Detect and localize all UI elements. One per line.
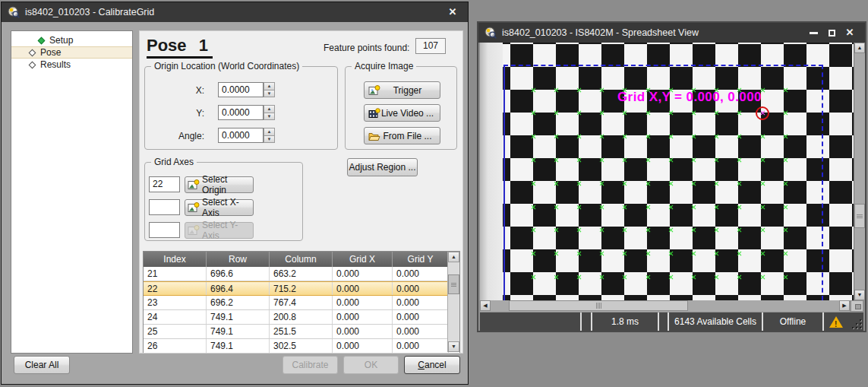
y-axis-point-field[interactable] — [149, 222, 180, 238]
select-x-axis-button[interactable]: Select X-Axis — [185, 199, 254, 216]
tree-item-pose[interactable]: Pose — [11, 46, 132, 59]
feature-cross-icon — [622, 205, 627, 210]
feature-cross-icon — [783, 157, 788, 163]
cell: 749.1 — [207, 310, 270, 324]
scroll-left-icon[interactable]: ◀ — [480, 300, 491, 311]
x-label: X: — [150, 85, 204, 96]
tree-item-label: Pose — [40, 47, 61, 58]
button-label: Cancel — [418, 360, 446, 370]
button-label: Select X-Axis — [202, 197, 253, 218]
angle-field[interactable]: 0.0000 — [218, 128, 264, 143]
feature-cross-icon — [668, 251, 674, 256]
col-header-index[interactable]: Index — [144, 252, 207, 267]
feature-cross-icon — [783, 274, 788, 280]
scrollbar-thumb[interactable] — [509, 300, 688, 311]
table-row[interactable]: 24 749.1 200.8 0.000 0.000 — [144, 310, 459, 325]
spin-down-icon[interactable]: ▼ — [264, 90, 275, 98]
from-file-icon — [368, 130, 380, 142]
y-stepper[interactable]: ▲ ▼ — [264, 105, 275, 120]
scroll-right-icon[interactable]: ▶ — [839, 300, 850, 311]
tree-item-results[interactable]: Results — [11, 59, 132, 71]
button-label: Select Y-Axis — [202, 220, 253, 241]
feature-cross-icon — [668, 274, 674, 280]
y-label: Y: — [150, 108, 204, 119]
scrollbar-thumb[interactable] — [448, 274, 459, 294]
cell: 0.000 — [333, 296, 393, 309]
window-title: is8402_010203 - IS8402M - Spreadsheet Vi… — [502, 27, 699, 38]
table-row[interactable]: 23 696.2 767.4 0.000 0.000 — [144, 296, 459, 310]
feature-cross-icon — [691, 157, 696, 163]
x-stepper[interactable]: ▲ ▼ — [264, 82, 275, 97]
spin-up-icon[interactable]: ▲ — [264, 105, 275, 113]
from-file-button[interactable]: From File ... — [364, 127, 440, 144]
feature-cross-icon — [714, 157, 719, 163]
table-scrollbar[interactable]: ▲ ▼ — [447, 252, 459, 352]
results-diamond-icon — [29, 61, 36, 68]
cell: 0.000 — [393, 310, 449, 324]
feature-cross-icon — [622, 181, 627, 186]
feature-cross-icon — [554, 110, 559, 116]
status-segment-empty — [659, 312, 669, 331]
feature-cross-icon — [645, 251, 651, 256]
calibrategrid-dialog: is8402_010203 - CalibrateGrid ✕ Setup Po… — [1, 2, 469, 385]
pose-panel: Pose 1 Feature points found: 107 Origin … — [139, 30, 463, 354]
grid-xy-label: Grid X,Y = 0.000, 0.000 — [617, 90, 762, 105]
horizontal-scrollbar[interactable]: ◀ ▶ — [480, 300, 850, 312]
window-titlebar[interactable]: is8402_010203 - IS8402M - Spreadsheet Vi… — [478, 23, 865, 43]
col-header-grid-x[interactable]: Grid X — [333, 252, 393, 267]
dialog-title: is8402_010203 - CalibrateGrid — [25, 7, 154, 17]
adjust-region-button[interactable]: Adjust Region ... — [347, 158, 418, 176]
angle-stepper[interactable]: ▲ ▼ — [264, 128, 275, 143]
spin-up-icon[interactable]: ▲ — [264, 128, 275, 135]
calibration-image[interactable]: Grid X,Y = 0.000, 0.000 — [480, 43, 855, 300]
scrollbar-corner-box[interactable] — [851, 300, 863, 312]
table-row[interactable]: 26 749.1 302.5 0.000 0.000 — [144, 339, 459, 354]
select-origin-button[interactable]: Select Origin — [185, 176, 254, 193]
scroll-up-icon[interactable]: ▲ — [448, 252, 459, 262]
button-label: Select Origin — [202, 174, 253, 195]
scroll-down-icon[interactable]: ▼ — [854, 290, 865, 300]
resize-grip[interactable] — [848, 312, 863, 331]
dialog-titlebar[interactable]: is8402_010203 - CalibrateGrid ✕ — [2, 2, 468, 22]
tree-item-label: Results — [40, 59, 71, 70]
x-axis-point-field[interactable] — [149, 199, 180, 215]
feature-cross-icon — [554, 87, 559, 93]
feature-cross-icon — [691, 251, 696, 256]
table-row[interactable]: 21 696.6 663.2 0.000 0.000 — [144, 267, 459, 281]
tree-item-setup[interactable]: Setup — [11, 34, 132, 46]
warning-icon: ! — [829, 316, 843, 328]
cell: 200.8 — [270, 310, 333, 324]
scroll-up-icon[interactable]: ▲ — [854, 43, 865, 53]
feature-cross-icon — [714, 181, 719, 186]
x-field[interactable]: 0.0000 — [218, 82, 264, 97]
feature-cross-icon — [599, 87, 604, 93]
feature-cross-icon — [531, 134, 536, 139]
col-header-row[interactable]: Row — [207, 252, 270, 267]
maximize-icon[interactable] — [822, 23, 841, 43]
col-header-column[interactable]: Column — [270, 252, 333, 267]
vertical-scrollbar[interactable]: ▲ ▼ — [854, 43, 865, 300]
spin-down-icon[interactable]: ▼ — [264, 113, 275, 121]
button-label: Clear All — [25, 360, 59, 370]
table-row-selected[interactable]: 22 696.4 715.2 0.000 0.000 — [144, 281, 459, 296]
setup-complete-diamond-icon — [38, 36, 46, 44]
col-header-grid-y[interactable]: Grid Y — [393, 252, 449, 267]
y-field[interactable]: 0.0000 — [218, 105, 264, 120]
close-icon[interactable]: ✕ — [443, 2, 462, 22]
spin-up-icon[interactable]: ▲ — [264, 82, 275, 90]
minimize-icon[interactable] — [804, 23, 822, 43]
clear-all-button[interactable]: Clear All — [14, 356, 70, 374]
spin-down-icon[interactable]: ▼ — [264, 135, 275, 144]
cell: 0.000 — [393, 339, 449, 353]
status-acquire-time: 1.8 ms — [592, 312, 659, 331]
table-row[interactable]: 25 749.1 251.5 0.000 0.000 — [144, 325, 459, 339]
live-video-button[interactable]: Live Video ... — [364, 104, 440, 122]
scrollbar-thumb[interactable] — [854, 204, 865, 228]
close-icon[interactable]: ✕ — [841, 23, 859, 43]
feature-cross-icon — [599, 134, 604, 139]
origin-point-field[interactable]: 22 — [149, 176, 180, 192]
scroll-down-icon[interactable]: ▼ — [448, 341, 459, 352]
cancel-button[interactable]: Cancel — [404, 356, 460, 374]
acquire-image-group: Acquire Image Trigger Live V — [345, 66, 457, 150]
trigger-button[interactable]: Trigger — [364, 81, 440, 99]
